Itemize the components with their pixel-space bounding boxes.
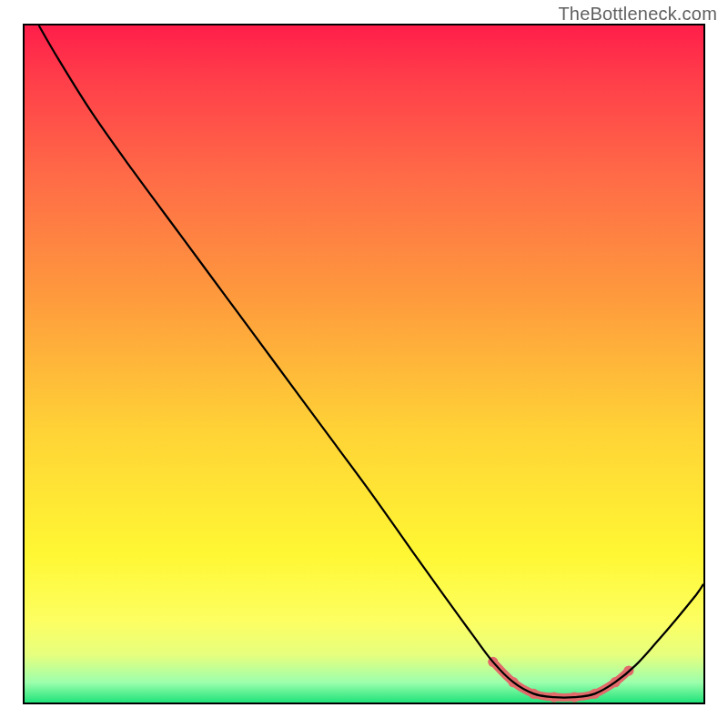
curve-svg (25, 25, 703, 703)
watermark-text: TheBottleneck.com (558, 4, 717, 25)
plot-area (23, 24, 705, 704)
chart-frame: TheBottleneck.com (0, 0, 728, 728)
bottleneck-curve (39, 25, 703, 698)
